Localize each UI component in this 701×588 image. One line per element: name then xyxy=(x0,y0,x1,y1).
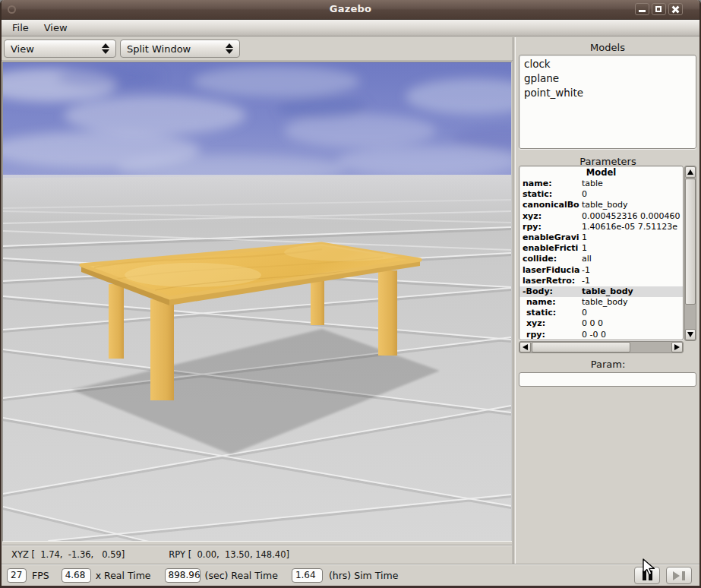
up-down-arrows-icon xyxy=(96,43,115,54)
split-window-dropdown[interactable]: Split Window xyxy=(120,40,240,58)
realtime-factor-value[interactable]: 4.68 xyxy=(62,568,91,583)
param-row[interactable]: laserRetro:-1 xyxy=(519,276,683,286)
realtime-sec-value[interactable]: 898.96 xyxy=(165,568,201,583)
up-down-arrows-icon xyxy=(219,43,239,54)
viewport-column: View Split Window xyxy=(2,37,513,564)
scroll-left-button[interactable] xyxy=(519,342,531,352)
scroll-right-button[interactable] xyxy=(671,342,683,352)
vertical-scroll-thumb[interactable] xyxy=(685,179,696,305)
simtime-value[interactable]: 1.64 xyxy=(292,568,323,583)
realtime-factor-label: x Real Time xyxy=(96,570,151,581)
horizontal-scrollbar[interactable] xyxy=(519,341,684,353)
horizontal-scroll-thumb[interactable] xyxy=(532,342,630,352)
close-button[interactable] xyxy=(668,3,683,15)
param-row[interactable]: xyz:0 0 0 xyxy=(519,318,683,329)
menu-view[interactable]: View xyxy=(36,21,75,35)
param-row[interactable]: enableGravi1 xyxy=(519,232,683,243)
view-dropdown[interactable]: View xyxy=(4,40,116,58)
models-title: Models xyxy=(516,42,699,54)
param-field-label: Param: xyxy=(516,359,700,370)
param-row[interactable]: name:table_body xyxy=(519,297,683,308)
minimize-button[interactable] xyxy=(635,3,649,15)
minimize-icon xyxy=(639,10,646,12)
window-title: Gazebo xyxy=(0,3,701,14)
viewport-toolbar: View Split Window xyxy=(2,37,513,61)
simtime-label: (hrs) Sim Time xyxy=(329,570,398,581)
param-row[interactable]: static:0 xyxy=(519,189,683,200)
parameters-grid[interactable]: Model name:table static:0 canonicalBotab… xyxy=(519,166,684,340)
menu-file[interactable]: File xyxy=(5,21,36,35)
realtime-sec-label: (sec) Real Time xyxy=(205,570,278,581)
main-area: View Split Window xyxy=(2,37,699,564)
model-item-clock[interactable]: clock xyxy=(519,57,696,71)
scene-render xyxy=(3,62,511,541)
arrow-down-icon xyxy=(687,332,693,337)
param-row[interactable]: collide:all xyxy=(519,254,683,264)
param-row[interactable]: rpy:1.40616e-05 7.51123e xyxy=(519,222,683,232)
menubar: File View xyxy=(2,20,699,36)
param-row[interactable]: laserFiducia-1 xyxy=(519,265,683,276)
scroll-down-button[interactable] xyxy=(685,329,696,340)
model-item-gplane[interactable]: gplane xyxy=(519,71,696,86)
scroll-up-button[interactable] xyxy=(685,166,696,178)
pause-button[interactable] xyxy=(634,567,660,584)
statusbar: 27 FPS 4.68 x Real Time 898.96 (sec) Rea… xyxy=(2,564,699,586)
fps-value[interactable]: 27 xyxy=(7,568,27,583)
arrow-left-icon xyxy=(523,344,528,350)
maximize-icon xyxy=(655,6,662,12)
models-list[interactable]: clock gplane point_white xyxy=(519,55,696,149)
step-forward-icon xyxy=(673,571,680,580)
param-row-body-selected[interactable]: -Body:table_body xyxy=(519,286,683,297)
model-item-point-white[interactable]: point_white xyxy=(519,86,696,100)
param-row[interactable]: name:table xyxy=(519,179,683,189)
pause-icon xyxy=(643,571,646,580)
camera-xyz: XYZ [ 1.74, -1.36, 0.59] xyxy=(11,549,125,560)
vertical-scrollbar[interactable] xyxy=(684,166,696,341)
parameters-header: Model xyxy=(519,167,683,179)
titlebar[interactable]: Gazebo xyxy=(0,0,701,20)
fps-label: FPS xyxy=(32,570,49,581)
param-row[interactable]: canonicalBotable_body xyxy=(519,200,683,210)
3d-viewport[interactable] xyxy=(2,62,512,542)
param-row[interactable]: enableFricti1 xyxy=(519,243,683,254)
arrow-right-icon xyxy=(674,344,680,350)
param-row[interactable]: static:0 xyxy=(519,308,683,318)
camera-rpy: RPY [ 0.00, 13.50, 148.40] xyxy=(169,549,289,560)
arrow-up-icon xyxy=(687,169,693,175)
gazebo-window: Gazebo File View View Split Window xyxy=(0,0,701,588)
side-panel: Models clock gplane point_white Paramete… xyxy=(515,37,699,564)
step-button[interactable] xyxy=(666,567,692,584)
param-row[interactable]: xyz:0.000452316 0.000460 xyxy=(519,211,683,222)
maximize-button[interactable] xyxy=(652,3,666,15)
param-input[interactable] xyxy=(519,372,696,387)
camera-pose-strip: XYZ [ 1.74, -1.36, 0.59] RPY [ 0.00, 13.… xyxy=(2,545,512,563)
param-row[interactable]: rpy:0 -0 0 xyxy=(519,330,683,340)
parameters-table: Model name:table static:0 canonicalBotab… xyxy=(519,166,696,353)
